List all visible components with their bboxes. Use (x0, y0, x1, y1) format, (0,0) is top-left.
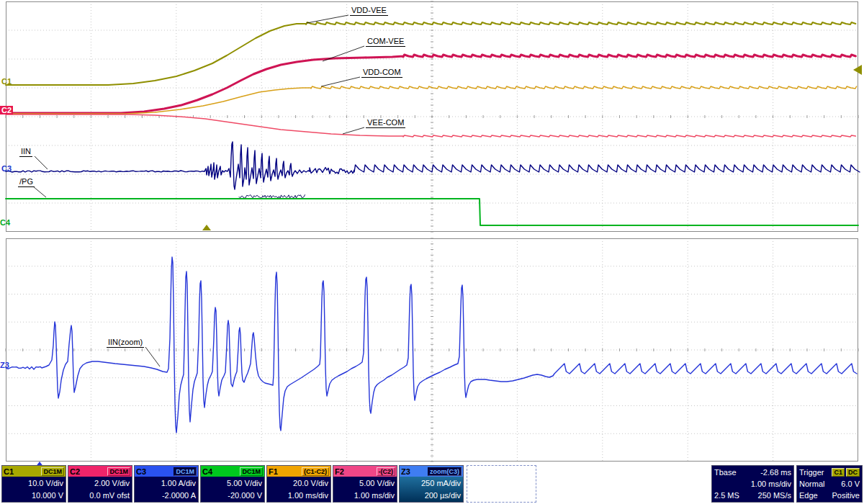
descriptor-value: 5.00 V/div (336, 479, 395, 487)
trace-vee-com (6, 114, 855, 137)
channel-marker-c4[interactable]: C4 (0, 218, 10, 227)
label-leader-line (307, 15, 348, 23)
trigger-source-chip: C1 (832, 468, 845, 477)
descriptor-f2[interactable]: F2-(C2)5.00 V/div1.00 ms/div (333, 465, 397, 503)
trace-label-com-vee: COM-VEE (366, 37, 405, 47)
descriptor-value: 1.00 ms/div (269, 491, 328, 500)
trace-iin (6, 142, 860, 189)
descriptor-c4[interactable]: C4DC1M5.00 V/div-20.000 V (200, 465, 265, 503)
descriptor-coupling: zoom(C3) (428, 467, 462, 476)
trace-label--pg: /PG (18, 177, 35, 187)
descriptor-value: 200 µs/div (402, 491, 461, 500)
descriptor-value: -2.0000 A (137, 491, 196, 500)
trigger-coupling-chip: DC (846, 468, 860, 477)
descriptor-coupling: DC1M (41, 467, 64, 476)
empty-descriptor-slot[interactable] (467, 465, 536, 503)
timebase-descriptor[interactable]: Tbase -2.68 ms 1.00 ms/div 2.5 MS 250 MS… (711, 465, 794, 503)
waveform-display (0, 0, 864, 504)
descriptor-title: C3 (136, 467, 146, 476)
descriptor-value: 0.0 mV ofst (71, 491, 130, 500)
trigger-time-marker[interactable] (202, 225, 211, 230)
channel-marker-c2[interactable]: C2 (0, 106, 13, 114)
descriptor-title: F2 (335, 467, 344, 476)
descriptor-coupling: DC1M (174, 467, 197, 476)
trigger-slope: Positive (832, 491, 860, 500)
label-leader-line (343, 127, 364, 134)
trace-label-iin-zoom-: IIN(zoom) (107, 338, 144, 348)
descriptor-coupling: DC1M (107, 467, 130, 476)
trigger-chips: C1 DC (832, 468, 860, 477)
trigger-mode: Normal (799, 480, 824, 488)
descriptor-value: 20.0 V/div (269, 479, 328, 487)
tbase-sample-rate: 250 MS/s (758, 491, 791, 500)
label-leader-line (35, 156, 48, 169)
trigger-level: 6.0 V (841, 480, 860, 488)
channel-marker-c3[interactable]: C3 (1, 164, 12, 173)
descriptor-c2[interactable]: C2DC1M2.00 V/div0.0 mV ofst (68, 465, 132, 503)
label-leader-line (321, 77, 360, 86)
tbase-label: Tbase (714, 468, 737, 477)
trigger-descriptor[interactable]: Trigger C1 DC Normal 6.0 V Edge Positive (796, 465, 863, 503)
descriptor-title: C1 (4, 467, 14, 476)
descriptor-title: C4 (202, 467, 212, 476)
descriptor-coupling: DC1M (240, 467, 263, 476)
tbase-samples: 2.5 MS (714, 491, 739, 500)
trigger-label: Trigger (799, 468, 824, 477)
trigger-type: Edge (799, 491, 818, 500)
trace-label-vdd-com: VDD-COM (361, 68, 402, 78)
trace-iin-ringing-band (239, 195, 305, 199)
descriptor-value: 1.00 ms/div (336, 491, 395, 500)
descriptor-value: 1.00 A/div (137, 479, 196, 487)
tbase-scale: 1.00 ms/div (751, 480, 791, 488)
channel-marker-z3[interactable]: Z3 (0, 361, 9, 369)
channel-marker-c1[interactable]: C1 (1, 77, 12, 86)
trace-label-vdd-vee: VDD-VEE (350, 6, 388, 16)
descriptor-value: 5.00 V/div (203, 479, 262, 487)
descriptor-value: 10.000 V (4, 491, 63, 500)
descriptor-value: -20.000 V (203, 491, 262, 500)
descriptor-coupling: (C1-C2) (302, 467, 329, 476)
trace-label-iin: IIN (19, 147, 32, 157)
trace-vdd-com (6, 86, 857, 114)
descriptor-z3[interactable]: Z3zoom(C3)250 mA/div200 µs/div (399, 465, 464, 503)
descriptor-c1[interactable]: C1DC1M10.0 V/div10.000 V (1, 465, 66, 503)
tbase-delay: -2.68 ms (760, 468, 791, 477)
descriptor-value: 2.00 V/div (71, 479, 130, 487)
descriptor-coupling: -(C2) (377, 467, 396, 476)
descriptor-value: 10.0 V/div (4, 479, 63, 487)
trace-label-vee-com: VEE-COM (366, 118, 405, 128)
descriptor-title: C2 (70, 467, 80, 476)
descriptor-title: Z3 (401, 467, 410, 476)
descriptor-f1[interactable]: F1(C1-C2)20.0 V/div1.00 ms/div (266, 465, 331, 503)
status-bar: Tbase -2.68 ms 1.00 ms/div 2.5 MS 250 MS… (0, 464, 864, 504)
descriptor-value: 250 mA/div (402, 479, 461, 487)
descriptor-title: F1 (269, 467, 278, 476)
oscilloscope-screen: VDD-VEECOM-VEEVDD-COMVEE-COMIIN/PGIIN(zo… (0, 0, 864, 504)
label-leader-line (33, 186, 46, 197)
descriptor-c3[interactable]: C3DC1M1.00 A/div-2.0000 A (134, 465, 199, 503)
